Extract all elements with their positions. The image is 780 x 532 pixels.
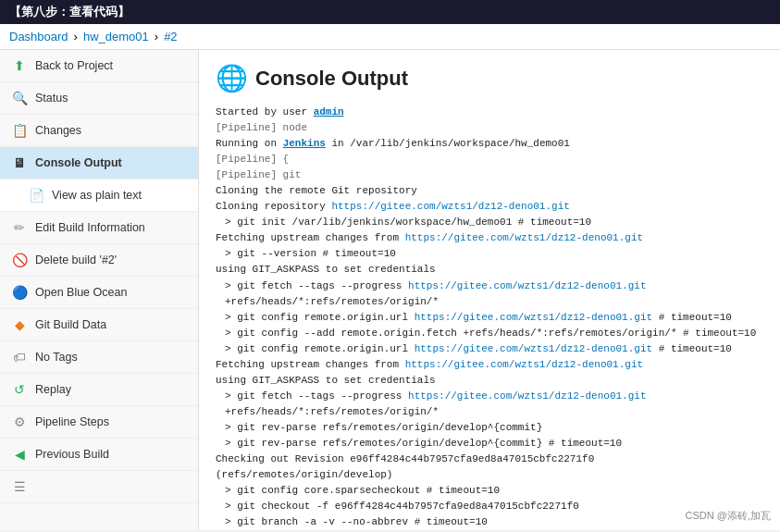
view-as-plain-text-icon: 📄 (28, 187, 44, 204)
git-sparse: > git config core.sparsecheckout # timeo… (216, 483, 763, 499)
back-to-project-label: Back to Project (35, 59, 113, 72)
sidebar-item-view-as-plain-text[interactable]: 📄View as plain text (0, 179, 198, 212)
fetch-link3[interactable]: https://gitee.com/wzts1/dz12-deno01.git (405, 359, 643, 370)
config-link2[interactable]: https://gitee.com/wzts1/dz12-deno01.git (415, 343, 652, 354)
admin-link[interactable]: admin (314, 106, 344, 118)
breadcrumb-build[interactable]: #2 (164, 30, 177, 43)
git-askpass2: using GIT_ASKPASS to set credentials (216, 375, 436, 386)
sidebar-item-console-output[interactable]: 🖥Console Output (0, 147, 198, 179)
cloning-repo: Cloning repository https://gitee.com/wzt… (216, 201, 570, 212)
git-fetch1: > git fetch --tags --progress https://gi… (216, 278, 763, 310)
delete-build-label: Delete build '#2' (35, 254, 117, 266)
page-title: Console Output (255, 67, 408, 91)
breadcrumb-sep2: › (155, 30, 158, 43)
edit-build-info-icon: ✏ (11, 219, 28, 236)
console-output: Started by user admin [Pipeline] node Ru… (216, 105, 763, 530)
replay-label: Replay (35, 383, 71, 396)
checking-out: Checking out Revision e96ff4284c44b7957c… (216, 453, 594, 480)
pipeline-node: [Pipeline] node (216, 122, 307, 133)
fetching-upstream2: Fetching upstream changes from https://g… (216, 359, 643, 370)
git-fetch2: > git fetch --tags --progress https://gi… (216, 389, 763, 420)
fetch-link2[interactable]: https://gitee.com/wzts1/dz12-deno01.git (408, 280, 646, 291)
sidebar-item-no-tags[interactable]: 🏷No Tags (0, 341, 198, 374)
pipeline-steps-label: Pipeline Steps (35, 415, 109, 428)
sidebar-item-previous-build[interactable]: ◀Previous Build (0, 439, 198, 471)
git-config2: > git config --add remote.origin.fetch +… (216, 326, 763, 341)
changes-icon: 📋 (11, 122, 28, 139)
sidebar-item-menu-icon[interactable]: ☰ (0, 471, 198, 503)
git-rev-parse1: > git rev-parse refs/remotes/origin/deve… (216, 420, 763, 436)
sidebar-item-back-to-project[interactable]: ⬆Back to Project (0, 50, 198, 82)
sidebar-item-changes[interactable]: 📋Changes (0, 115, 198, 147)
no-tags-label: No Tags (35, 351, 78, 364)
fetch-link4[interactable]: https://gitee.com/wzts1/dz12-deno01.git (408, 390, 646, 402)
fetch-link1[interactable]: https://gitee.com/wzts1/dz12-deno01.git (405, 232, 643, 243)
menu-icon-icon: ☰ (11, 478, 28, 495)
git-rev-parse2: > git rev-parse refs/remotes/origin/deve… (216, 436, 763, 452)
breadcrumb: Dashboard › hw_demo01 › #2 (0, 24, 780, 50)
breadcrumb-sep1: › (74, 30, 78, 43)
console-output-icon: 🖥 (11, 155, 28, 171)
status-icon: 🔍 (11, 90, 28, 106)
sidebar-item-git-build-data[interactable]: ◆Git Build Data (0, 309, 198, 341)
delete-build-icon: 🚫 (11, 252, 28, 268)
git-askpass1: using GIT_ASKPASS to set credentials (216, 264, 436, 275)
repo-link1[interactable]: https://gitee.com/wzts1/dz12-deno01.git (331, 201, 569, 212)
replay-icon: ↺ (11, 381, 28, 398)
git-init: > git init /var/lib/jenkins/workspace/hw… (216, 215, 763, 230)
sidebar-item-status[interactable]: 🔍Status (0, 82, 198, 115)
sidebar-item-open-blue-ocean[interactable]: 🔵Open Blue Ocean (0, 277, 198, 309)
config-link1[interactable]: https://gitee.com/wzts1/dz12-deno01.git (415, 312, 652, 323)
console-output-label: Console Output (35, 156, 122, 169)
sidebar: ⬆Back to Project🔍Status📋Changes🖥Console … (0, 50, 199, 530)
top-bar: 【第八步：查看代码】 (0, 0, 780, 24)
top-bar-label: 【第八步：查看代码】 (9, 5, 130, 19)
back-to-project-icon: ⬆ (11, 57, 28, 74)
sidebar-item-replay[interactable]: ↺Replay (0, 374, 198, 406)
main-content: 🌐 Console Output Started by user admin [… (199, 50, 780, 530)
sidebar-item-edit-build-info[interactable]: ✏Edit Build Information (0, 212, 198, 244)
jenkins-link[interactable]: Jenkins (283, 138, 326, 149)
running-on: Running on Jenkins in /var/lib/jenkins/w… (216, 138, 570, 149)
view-as-plain-text-label: View as plain text (52, 189, 142, 202)
breadcrumb-project[interactable]: hw_demo01 (83, 30, 149, 43)
fetching-upstream1: Fetching upstream changes from https://g… (216, 232, 643, 243)
pipeline-git: [Pipeline] git (216, 169, 301, 180)
no-tags-icon: 🏷 (11, 349, 28, 365)
changes-label: Changes (35, 124, 81, 137)
git-checkout1: > git checkout -f e96ff4284c44b7957cfa9e… (216, 499, 763, 514)
watermark: CSDN @添砖,加瓦 (686, 509, 771, 523)
git-branch: > git branch -a -v --no-abbrev # timeout… (216, 514, 763, 530)
git-config1: > git config remote.origin.url https://g… (216, 310, 763, 326)
git-build-data-label: Git Build Data (35, 318, 106, 331)
sidebar-item-pipeline-steps[interactable]: ⚙Pipeline Steps (0, 406, 198, 439)
previous-build-label: Previous Build (35, 448, 109, 461)
sidebar-item-delete-build[interactable]: 🚫Delete build '#2' (0, 244, 198, 277)
previous-build-icon: ◀ (11, 446, 28, 463)
status-label: Status (35, 92, 68, 105)
globe-icon: 🌐 (216, 63, 248, 93)
git-build-data-icon: ◆ (11, 316, 28, 333)
pipeline-steps-icon: ⚙ (11, 414, 28, 430)
git-config3: > git config remote.origin.url https://g… (216, 341, 763, 357)
cloning-remote: Cloning the remote Git repository (216, 185, 417, 196)
started-by: Started by user admin (216, 106, 344, 118)
edit-build-info-label: Edit Build Information (35, 221, 145, 234)
git-version: > git --version # timeout=10 (216, 246, 763, 262)
open-blue-ocean-label: Open Blue Ocean (35, 286, 127, 299)
open-blue-ocean-icon: 🔵 (11, 284, 28, 301)
pipeline-open: [Pipeline] { (216, 154, 289, 165)
breadcrumb-dashboard[interactable]: Dashboard (9, 30, 68, 43)
